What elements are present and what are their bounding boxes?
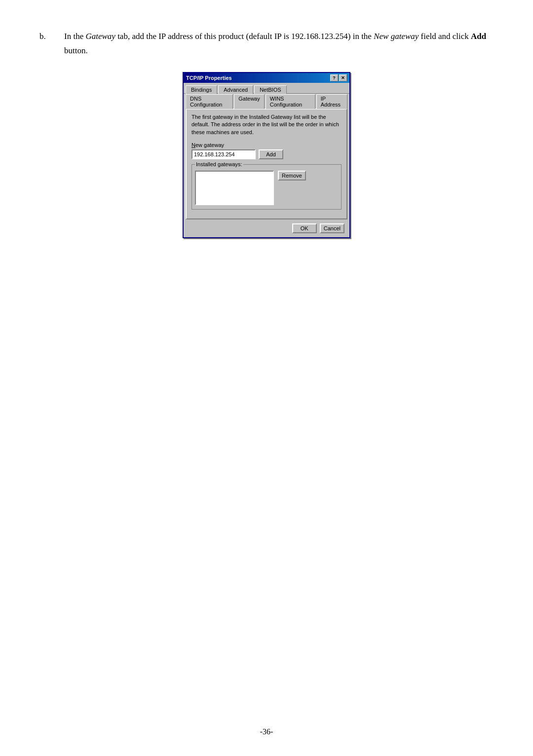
remove-button[interactable]: Remove [278, 171, 306, 180]
ok-button[interactable]: OK [292, 223, 317, 233]
installed-gateways-content: Remove [195, 171, 338, 205]
new-gateway-label-text: ew gateway [195, 142, 224, 148]
tcpip-dialog: TCP/IP Properties ? ✕ Bindings Advanced … [183, 72, 350, 238]
cancel-button[interactable]: Cancel [320, 223, 344, 233]
new-gateway-row: Add [191, 149, 342, 159]
info-text: The first gateway in the Installed Gatew… [191, 113, 342, 136]
tab-netbios[interactable]: NetBIOS [254, 85, 286, 94]
dialog-footer: OK Cancel [184, 221, 349, 237]
tab-dns-configuration[interactable]: DNS Configuration [186, 94, 233, 109]
instruction-block: b. In the Gateway tab, add the IP addres… [39, 30, 494, 58]
new-gateway-input[interactable] [191, 149, 256, 159]
titlebar-buttons: ? ✕ [330, 74, 347, 81]
installed-gateways-label: Installed gateways: [195, 161, 243, 167]
tab-gateway[interactable]: Gateway [234, 94, 264, 109]
new-gateway-label: New gateway [191, 142, 342, 148]
page-content: b. In the Gateway tab, add the IP addres… [0, 0, 533, 278]
help-button[interactable]: ? [330, 74, 338, 81]
tabs-row1: Bindings Advanced NetBIOS [184, 83, 349, 94]
tab-bindings[interactable]: Bindings [186, 85, 217, 94]
dialog-body: The first gateway in the Installed Gatew… [186, 108, 347, 219]
add-button[interactable]: Add [259, 149, 283, 159]
tab-ip-address[interactable]: IP Address [316, 94, 347, 109]
new-gateway-underline: N [191, 142, 195, 148]
instruction-label: b. [39, 30, 54, 58]
tab-wins-configuration[interactable]: WINS Configuration [266, 94, 315, 109]
tabs-row2: DNS Configuration Gateway WINS Configura… [184, 93, 349, 108]
close-button[interactable]: ✕ [339, 74, 347, 81]
installed-gateways-group: Installed gateways: Remove [191, 164, 342, 210]
dialog-wrapper: TCP/IP Properties ? ✕ Bindings Advanced … [39, 72, 494, 238]
page-number: -36- [260, 727, 273, 736]
dialog-titlebar: TCP/IP Properties ? ✕ [184, 73, 349, 83]
dialog-title: TCP/IP Properties [186, 75, 232, 81]
instruction-body: In the Gateway tab, add the IP address o… [64, 30, 494, 58]
installed-gateways-list[interactable] [195, 171, 274, 205]
tab-advanced[interactable]: Advanced [218, 85, 253, 94]
